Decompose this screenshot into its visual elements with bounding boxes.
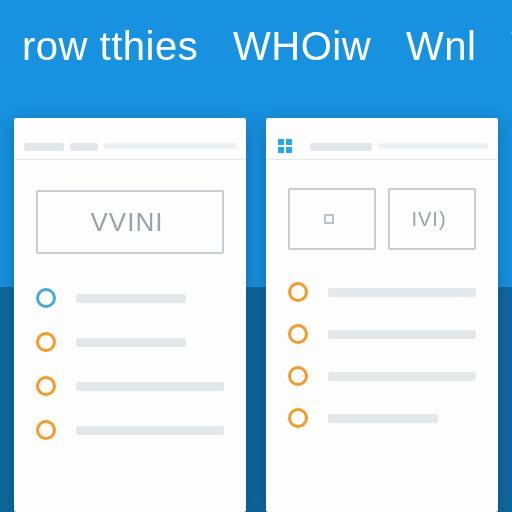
panel-row: VVINI — [0, 118, 512, 512]
tab-ghost[interactable] — [24, 143, 64, 151]
option-item[interactable] — [36, 376, 224, 396]
option-text-skeleton — [328, 372, 476, 381]
option-card-a[interactable] — [288, 188, 376, 250]
option-card-b-main: IVI) — [411, 208, 446, 231]
product-logo-card: VVINI — [36, 190, 224, 254]
windows-logo-icon — [278, 139, 292, 153]
hero-banner: row tthies WHOiw Wnl Wind — [0, 0, 512, 118]
option-item[interactable] — [36, 420, 224, 440]
radio-icon — [288, 366, 308, 386]
panel-left-body: VVINI — [14, 160, 246, 512]
option-item[interactable] — [36, 332, 224, 352]
option-text-skeleton — [76, 338, 186, 347]
hero-word-4: Wnl — [406, 24, 476, 68]
radio-icon — [36, 420, 56, 440]
option-text-skeleton — [328, 330, 476, 339]
panel-left-chrome — [14, 118, 246, 160]
panel-right-body: IVI) — [266, 160, 498, 512]
option-item[interactable] — [288, 366, 476, 386]
radio-icon — [36, 376, 56, 396]
option-text-skeleton — [328, 288, 476, 297]
option-list-left — [36, 288, 224, 440]
panel-left: VVINI — [14, 118, 246, 512]
address-bar[interactable] — [378, 143, 488, 149]
option-text-skeleton — [76, 426, 224, 435]
breadcrumb — [38, 174, 224, 182]
hero-word-2: tthies — [100, 24, 199, 68]
radio-icon — [288, 324, 308, 344]
radio-icon — [288, 408, 308, 428]
option-list-right — [288, 282, 476, 428]
hero-title: row tthies WHOiw Wnl Wind — [22, 24, 512, 69]
logo-card-row: IVI) — [288, 188, 476, 250]
option-text-skeleton — [328, 414, 438, 423]
option-item[interactable] — [288, 324, 476, 344]
tab-ghost[interactable] — [310, 143, 372, 151]
hero-word-1: row — [22, 24, 88, 68]
option-item[interactable] — [36, 288, 224, 308]
panel-right: IVI) — [266, 118, 498, 512]
option-card-b[interactable]: IVI) — [388, 188, 476, 250]
address-bar[interactable] — [104, 143, 236, 149]
option-text-skeleton — [76, 294, 186, 303]
hero-word-3: WHOiw — [233, 24, 371, 68]
tab-ghost[interactable] — [70, 143, 98, 151]
panel-right-chrome — [266, 118, 498, 160]
product-logo-text: VVINI — [91, 207, 164, 238]
square-icon — [324, 214, 334, 224]
radio-icon — [288, 282, 308, 302]
radio-icon — [36, 288, 56, 308]
option-text-skeleton — [76, 382, 224, 391]
option-item[interactable] — [288, 282, 476, 302]
radio-icon — [36, 332, 56, 352]
option-item[interactable] — [288, 408, 476, 428]
